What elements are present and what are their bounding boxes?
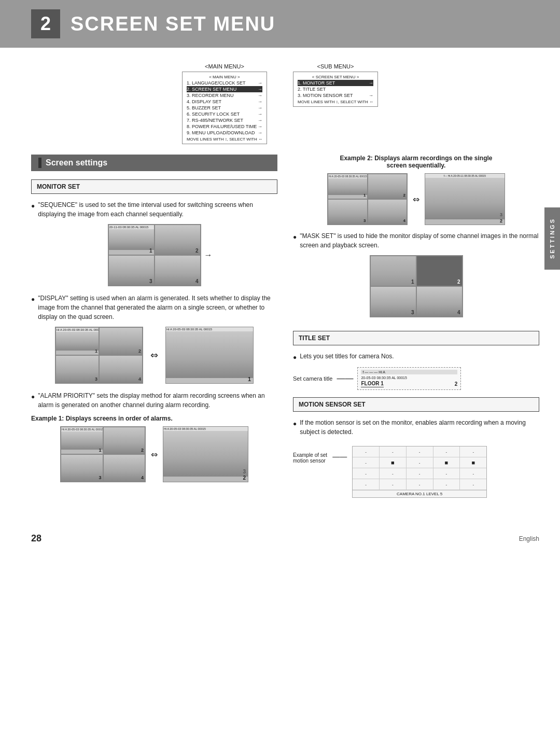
motion-sensor-heading: MOTION SENSOR SET bbox=[293, 397, 539, 412]
display-example: Hi A 20-05-03 08:30:35 AL 00015 1 2 3 bbox=[31, 327, 277, 384]
title-set-frame: f — — — Hi A 20-05-03 08:30:35 AL 00015 … bbox=[357, 367, 461, 390]
menu-diagram-area: <MAIN MENU> < MAIN MENU > 1. LANGUAGE/CL… bbox=[0, 63, 560, 144]
main-item-4: 4. DISPLAY SET→ bbox=[187, 99, 262, 105]
ex1-grid1: Hi A 20-05-03 08:30:35 AL 00015 1 2 3 4 bbox=[60, 426, 146, 482]
motion-example-label: Example of setmotion sensor bbox=[293, 442, 327, 464]
page-header: 2 SCREEN SET MENU bbox=[0, 0, 560, 48]
motion-grid: - - - - - - ■ - ■ ■ bbox=[352, 446, 487, 498]
motion-arrow: —— bbox=[332, 442, 347, 460]
example1-label: Example 1: Displays screens in order of … bbox=[31, 415, 277, 422]
mask-grid: 1 2 3 4 bbox=[370, 255, 463, 317]
mask-bullet: ● "MASK SET" is used to hide the monitor… bbox=[293, 231, 539, 250]
mask-cell-3: 3 bbox=[370, 286, 416, 317]
monitor-bullet-3: ● "ALARM PRIORITY" sets the display meth… bbox=[31, 391, 277, 410]
display-single-cam: Hi A 20-05-03 08:30:35 AL 00015 1 bbox=[165, 327, 254, 384]
section-title: Screen settings bbox=[46, 158, 107, 167]
mask-cell-1: 1 bbox=[370, 256, 416, 286]
cam-cell-1: 20-11-03 08:30:35 AL 00015 1 bbox=[108, 225, 155, 255]
monitor-set-heading: MONITOR SET bbox=[31, 179, 277, 194]
sub-item-1: 1. MONITOR SET→ bbox=[298, 80, 373, 86]
motion-diagram-area: Example of setmotion sensor —— - - - - -… bbox=[293, 442, 539, 502]
mask-diagram-wrap: 1 2 3 4 bbox=[293, 255, 539, 324]
title-arrow-icon: —— bbox=[337, 374, 353, 383]
example2-title: Example 2: Displays alarm recordings on … bbox=[293, 155, 539, 169]
mask-cell-4: 4 bbox=[416, 286, 463, 317]
quad-cell-4: 4 bbox=[99, 355, 143, 383]
left-column: Screen settings MONITOR SET ● "SEQUENCE"… bbox=[31, 155, 277, 502]
main-item-8: 8. POWER FAILURE/USED TIME→ bbox=[187, 123, 262, 130]
sub-menu-footer: MOVE LINES WITH ↕, SELECT WITH ↔ bbox=[298, 100, 373, 104]
arrow-right: → bbox=[204, 250, 213, 260]
ex1-arrow: ⇔ bbox=[151, 450, 158, 459]
monitor-bullet-1: ● "SEQUENCE" is used to set the time int… bbox=[31, 200, 277, 219]
motion-bullet: ● If the motion sensor is set on the mon… bbox=[293, 418, 539, 437]
quad-cell-3: 3 bbox=[55, 355, 99, 383]
example1-diagrams: Hi A 20-05-03 08:30:35 AL 00015 1 2 3 4 bbox=[31, 426, 277, 482]
main-menu-box: <MAIN MENU> < MAIN MENU > 1. LANGUAGE/CL… bbox=[182, 63, 267, 144]
main-item-6: 6. SECURITY LOCK SET→ bbox=[187, 111, 262, 117]
quad-cell-1: Hi A 20-05-03 08:30:35 AL 00015 1 bbox=[55, 327, 99, 355]
set-camera-label: Set camera title bbox=[293, 375, 332, 382]
sequence-cam-grid: 20-11-03 08:30:35 AL 00015 1 2 3 bbox=[108, 224, 201, 286]
cam-cell-2: 2 bbox=[155, 225, 201, 255]
cam-cell-4: 4 bbox=[155, 255, 201, 286]
section-bar bbox=[38, 158, 41, 168]
display-quad-grid: Hi A 20-05-03 08:30:35 AL 00015 1 2 3 bbox=[55, 327, 143, 384]
main-item-9: 9. MENU UPLOAD/DOWNLOAD→ bbox=[187, 130, 262, 136]
ex2-single: f--- Hi A 20-05-11 08:30:35 AL 00015 2 3 bbox=[425, 173, 505, 225]
ex2-arrow: ⇔ bbox=[413, 194, 419, 204]
motion-footer: CAMERA NO.1 LEVEL 5 bbox=[353, 490, 486, 497]
title-set-bullet: ● Lets you set titles for camera Nos. bbox=[293, 352, 539, 362]
motion-grid-wrap: - - - - - - ■ - ■ ■ bbox=[352, 442, 539, 502]
page-footer: 28 English bbox=[0, 528, 560, 549]
main-item-7: 7. RS-485/NETWORK SET→ bbox=[187, 117, 262, 123]
content-area: Screen settings MONITOR SET ● "SEQUENCE"… bbox=[0, 155, 560, 523]
main-item-2: 2. SCREEN SET MENU→ bbox=[187, 86, 262, 92]
example2-grids: Hi A 20-05-03 08:30:35 AL 00015 1 2 3 bbox=[293, 173, 539, 225]
title-cam-header: f — — — Hi A bbox=[361, 370, 457, 374]
monitor-bullet-2: ● "DISPLAY" setting is used when an alar… bbox=[31, 294, 277, 322]
motion-row-4: - - - - - bbox=[353, 479, 486, 490]
title-cam-date: 20-05-03 08:30:35 AL 00015 bbox=[361, 376, 457, 380]
page-number: 28 bbox=[31, 533, 41, 544]
title-floor-row: FLOOR 1 2 bbox=[361, 381, 457, 387]
sub-menu-frame: < SCREEN SET MENU > 1. MONITOR SET→ 2. T… bbox=[293, 72, 378, 107]
cam-cell-3: 3 bbox=[108, 255, 155, 286]
settings-sidebar: SETTINGS bbox=[544, 207, 560, 270]
floor-value: FLOOR 1 bbox=[361, 381, 383, 387]
title-cam-num: 2 bbox=[455, 381, 458, 387]
main-menu-footer: MOVE LINES WITH ↕, SELECT WITH ↔ bbox=[187, 137, 262, 142]
example2-heading: Example 2: Displays alarm recordings on … bbox=[293, 155, 539, 225]
page-title: SCREEN SET MENU bbox=[71, 13, 275, 35]
sub-item-2: 2. TITLE SET bbox=[298, 86, 373, 92]
main-menu-title: < MAIN MENU > bbox=[187, 74, 262, 80]
mask-cell-2: 2 bbox=[416, 256, 463, 286]
main-menu-frame: < MAIN MENU > 1. LANGUAGE/CLOCK SET→ 2. … bbox=[182, 72, 267, 144]
quad-cell-2: 2 bbox=[99, 327, 143, 355]
section-heading: Screen settings bbox=[31, 155, 277, 171]
page-language: English bbox=[519, 535, 539, 542]
sequence-diagram: 20-11-03 08:30:35 AL 00015 1 2 3 bbox=[31, 224, 277, 286]
main-menu-label: <MAIN MENU> bbox=[205, 63, 244, 69]
title-set-diagram-area: Set camera title —— f — — — Hi A 20-05-0… bbox=[293, 367, 539, 390]
right-column: Example 2: Displays alarm recordings on … bbox=[293, 155, 539, 502]
motion-row-1: - - - - - bbox=[353, 446, 486, 457]
chapter-number: 2 bbox=[31, 9, 60, 38]
sub-item-3: 3. MOTION SENSOR SET→ bbox=[298, 92, 373, 99]
sub-menu-box: <SUB MENU> < SCREEN SET MENU > 1. MONITO… bbox=[293, 63, 378, 144]
ex1-single: Hi A 20-05-03 08:30:35 AL 00015 2 3 bbox=[163, 426, 248, 482]
main-item-1: 1. LANGUAGE/CLOCK SET→ bbox=[187, 80, 262, 86]
sub-menu-title: < SCREEN SET MENU > bbox=[298, 74, 373, 80]
main-item-5: 5. BUZZER SET→ bbox=[187, 105, 262, 111]
motion-row-3: - - - - - bbox=[353, 468, 486, 479]
motion-row-2: - ■ - ■ ■ bbox=[353, 457, 486, 468]
title-set-heading: TITLE SET bbox=[293, 331, 539, 345]
main-item-3: 3. RECORDER MENU→ bbox=[187, 92, 262, 99]
sub-menu-label: <SUB MENU> bbox=[317, 63, 354, 69]
ex2-grid1: Hi A 20-05-03 08:30:35 AL 00015 1 2 3 bbox=[327, 173, 408, 225]
